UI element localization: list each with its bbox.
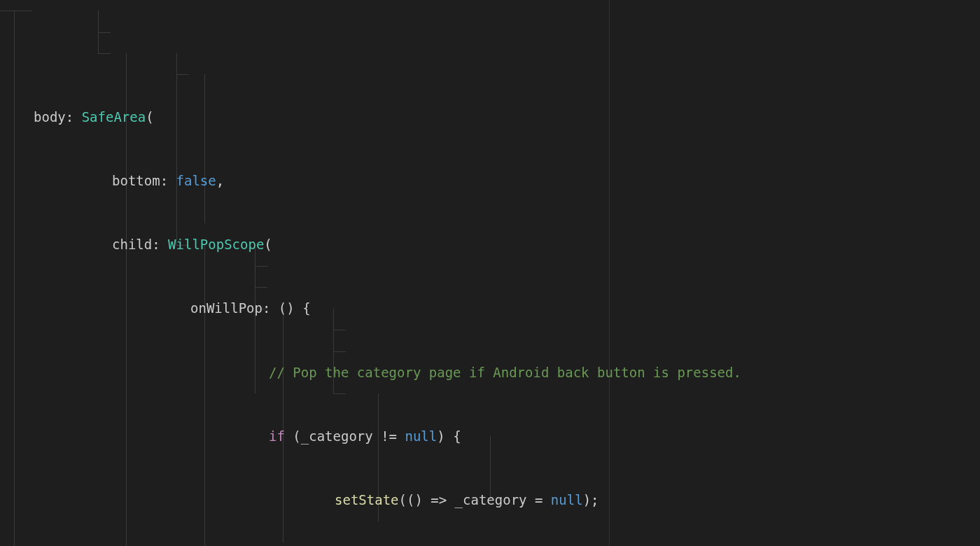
indent-guides [0,0,980,546]
code-line[interactable]: child: WillPopScope( [0,234,980,255]
code-line[interactable]: bottom: false, [0,170,980,191]
right-margin-ruler [609,0,610,546]
code-line[interactable]: // Pop the category page if Android back… [0,362,980,383]
code-line[interactable]: onWillPop: () { [0,298,980,318]
code-line[interactable]: setState(() => _category = null); [0,489,980,510]
code-line[interactable]: body: SafeArea( [0,106,980,127]
code-line[interactable]: if (_category != null) { [0,426,980,447]
code-editor[interactable]: body: SafeArea( bottom: false, child: Wi… [0,0,980,546]
